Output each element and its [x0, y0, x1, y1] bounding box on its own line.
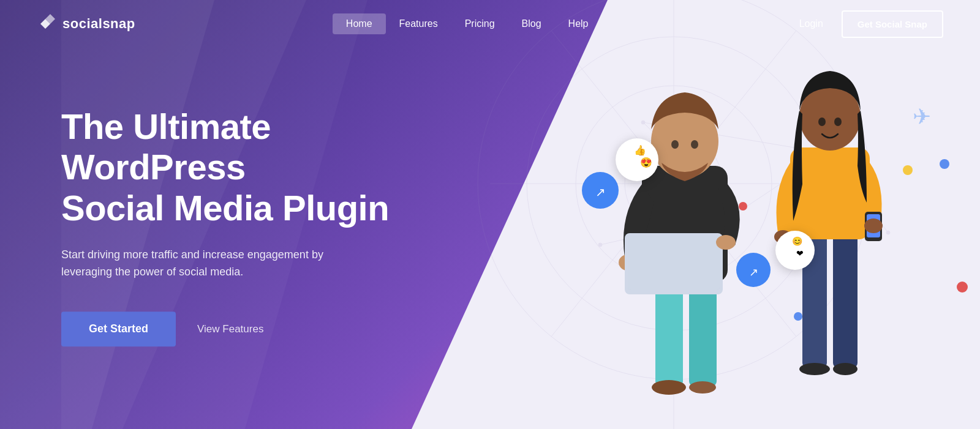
svg-point-25	[652, 380, 686, 395]
hero-illustration: ↗ 👍 😍 ↗ 😊 ❤	[490, 1, 980, 429]
svg-text:👍: 👍	[634, 144, 646, 156]
svg-text:❤: ❤	[796, 248, 804, 258]
nav-blog[interactable]: Blog	[508, 13, 555, 34]
nav-pricing[interactable]: Pricing	[451, 13, 508, 34]
view-features-link[interactable]: View Features	[197, 323, 263, 335]
svg-point-46	[818, 118, 826, 126]
hero-buttons: Get Started View Features	[61, 311, 459, 346]
svg-text:↗: ↗	[749, 266, 758, 278]
hero-content: The Ultimate WordPress Social Media Plug…	[61, 106, 459, 347]
nav-home[interactable]: Home	[333, 13, 386, 34]
logo[interactable]: socialsnap	[37, 14, 135, 34]
login-link[interactable]: Login	[799, 18, 823, 29]
svg-rect-31	[628, 236, 720, 290]
hero-section: socialsnap Home Features Pricing Blog He…	[0, 0, 980, 429]
svg-point-26	[689, 381, 716, 394]
get-started-button[interactable]: Get Started	[61, 311, 176, 346]
svg-text:😊: 😊	[792, 236, 803, 247]
navbar: socialsnap Home Features Pricing Blog He…	[0, 0, 980, 48]
svg-text:↗: ↗	[595, 185, 606, 199]
svg-point-39	[833, 363, 858, 375]
nav-help[interactable]: Help	[555, 13, 602, 34]
logo-text: socialsnap	[62, 16, 135, 32]
svg-point-35	[716, 235, 736, 250]
svg-point-34	[691, 140, 698, 149]
woman-figure	[774, 71, 883, 375]
logo-icon	[37, 14, 56, 34]
nav-right: Login Get Social Snap	[799, 10, 943, 38]
get-social-snap-button[interactable]: Get Social Snap	[842, 10, 943, 38]
svg-point-33	[671, 140, 679, 149]
hero-subtitle: Start driving more traffic and increase …	[61, 246, 355, 282]
svg-point-43	[864, 218, 883, 233]
nav-features[interactable]: Features	[386, 13, 451, 34]
nav-center: Home Features Pricing Blog Help	[333, 13, 602, 34]
svg-point-38	[799, 363, 830, 375]
svg-rect-37	[833, 233, 858, 368]
hero-title: The Ultimate WordPress Social Media Plug…	[61, 106, 459, 229]
man-figure	[619, 92, 740, 395]
svg-point-47	[834, 118, 842, 126]
svg-text:😍: 😍	[640, 157, 652, 168]
